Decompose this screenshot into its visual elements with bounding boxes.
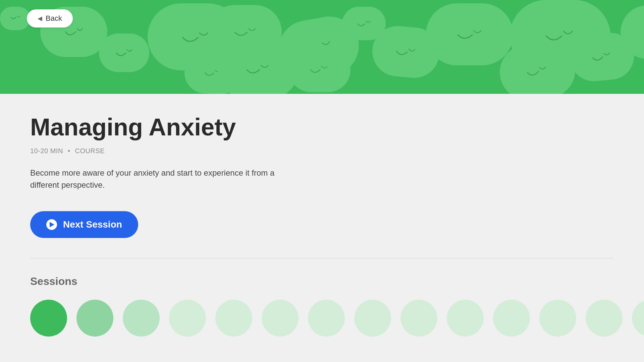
session-circle-11[interactable] xyxy=(493,300,530,337)
play-icon xyxy=(46,219,57,230)
hero-banner: ◀ Back xyxy=(0,0,644,94)
course-meta: 10-20 MIN • COURSE xyxy=(30,147,614,155)
content-area: Managing Anxiety 10-20 MIN • COURSE Beco… xyxy=(0,94,644,357)
session-circle-4[interactable] xyxy=(169,300,206,337)
back-button[interactable]: ◀ Back xyxy=(27,9,73,27)
course-type: COURSE xyxy=(75,147,105,155)
session-circle-13[interactable] xyxy=(586,300,623,337)
back-arrow-icon: ◀ xyxy=(38,15,42,22)
blob-9 xyxy=(426,3,513,65)
session-circle-5[interactable] xyxy=(215,300,252,337)
session-circle-9[interactable] xyxy=(400,300,437,337)
session-circle-12[interactable] xyxy=(539,300,576,337)
sessions-row xyxy=(30,300,614,337)
session-circle-8[interactable] xyxy=(354,300,391,337)
sessions-heading: Sessions xyxy=(30,275,614,288)
course-description: Become more aware of your anxiety and st… xyxy=(30,167,292,191)
session-circle-2[interactable] xyxy=(76,300,113,337)
session-circle-3[interactable] xyxy=(123,300,160,337)
session-circle-10[interactable] xyxy=(447,300,484,337)
meta-separator: • xyxy=(68,147,70,155)
blob-15 xyxy=(288,47,351,92)
blob-3 xyxy=(99,34,149,72)
session-circle-1[interactable] xyxy=(30,300,67,337)
next-session-button[interactable]: Next Session xyxy=(30,211,138,238)
divider xyxy=(30,258,614,258)
blob-14 xyxy=(218,40,299,94)
session-circle-6[interactable] xyxy=(262,300,299,337)
blob-1 xyxy=(0,7,30,30)
course-duration: 10-20 MIN xyxy=(30,147,63,155)
session-circle-14[interactable] xyxy=(632,300,644,337)
course-title: Managing Anxiety xyxy=(30,114,614,140)
session-circle-7[interactable] xyxy=(308,300,345,337)
back-button-label: Back xyxy=(46,14,62,23)
play-triangle-icon xyxy=(50,222,54,227)
next-session-label: Next Session xyxy=(63,219,122,230)
